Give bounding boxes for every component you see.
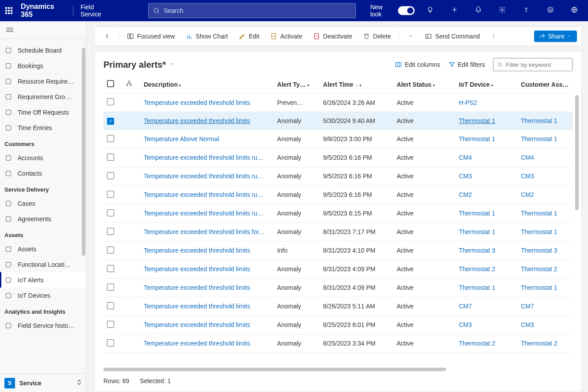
sidebar-item-contacts[interactable]: Contacts <box>0 165 86 181</box>
gear-icon[interactable] <box>494 6 511 15</box>
keyword-filter[interactable] <box>493 58 573 71</box>
row-checkbox[interactable] <box>107 265 114 272</box>
sidebar-item-iot-alerts[interactable]: IoT Alerts <box>0 272 86 288</box>
table-row[interactable]: Temperature exceeded threshold limits ru… <box>103 204 573 223</box>
description-link[interactable]: Temperature exceeded threshold limits <box>144 303 250 310</box>
row-checkbox[interactable] <box>107 246 114 254</box>
table-row[interactable]: ✓Temperature exceeded threshold limitsAn… <box>103 112 573 130</box>
search-input[interactable] <box>164 7 351 14</box>
device-link[interactable]: Thermostat 1 <box>459 117 495 124</box>
row-checkbox[interactable] <box>107 339 114 346</box>
description-link[interactable]: Temperature exceeded threshold limits <box>144 99 250 106</box>
table-row[interactable]: Temperature Above NormalAnomaly9/8/2023 … <box>103 130 573 148</box>
edit-columns-button[interactable]: Edit columns <box>395 61 440 68</box>
share-button[interactable]: Share <box>534 31 577 42</box>
environment-icon[interactable] <box>566 6 583 15</box>
sidebar-item-accounts[interactable]: Accounts <box>0 150 86 165</box>
app-launcher-icon[interactable] <box>5 6 14 15</box>
table-row[interactable]: Temperature exceeded threshold limitsAno… <box>103 278 573 297</box>
asset-link[interactable]: Thermostat 1 <box>521 228 557 235</box>
col-alert-status[interactable]: Alert Status▾ <box>393 76 455 93</box>
sidebar-item-assets[interactable]: Assets <box>0 241 86 257</box>
row-checkbox[interactable] <box>107 135 114 142</box>
col-hierarchy[interactable] <box>122 76 141 93</box>
show-chart-button[interactable]: Show Chart <box>181 30 233 42</box>
col-customer-asset[interactable]: Customer Asset▾ <box>517 76 573 93</box>
asset-link[interactable]: Thermostat 3 <box>521 247 557 254</box>
sidebar-item-agreements[interactable]: Agreements <box>0 211 86 227</box>
sidebar-item-functional-locati-[interactable]: Functional Locati… <box>0 257 86 272</box>
new-look-toggle[interactable] <box>398 6 415 15</box>
smile-icon[interactable] <box>542 6 559 15</box>
send-command-button[interactable]: Send Command <box>420 30 484 42</box>
view-selector[interactable]: Primary alerts* <box>103 60 174 70</box>
row-checkbox[interactable] <box>107 228 114 235</box>
select-all-checkbox[interactable] <box>107 80 114 87</box>
description-link[interactable]: Temperature exceeded threshold limits ru… <box>144 210 263 217</box>
device-link[interactable]: Thermostat 2 <box>459 340 495 347</box>
row-checkbox[interactable] <box>107 321 114 328</box>
asset-link[interactable]: Thermostat 1 <box>521 117 557 124</box>
device-link[interactable]: Thermostat 1 <box>459 210 495 217</box>
asset-link[interactable]: CM3 <box>521 173 534 180</box>
device-link[interactable]: Thermostat 1 <box>459 284 495 291</box>
description-link[interactable]: Temperature Above Normal <box>144 135 219 142</box>
lightbulb-icon[interactable] <box>422 6 439 15</box>
table-row[interactable]: Temperature exceeded threshold limitsInf… <box>103 241 573 260</box>
device-link[interactable]: Thermostat 3 <box>459 247 495 254</box>
asset-link[interactable]: Thermostat 1 <box>521 135 557 142</box>
col-description[interactable]: Description▾ <box>140 76 274 93</box>
sidebar-item-bookings[interactable]: Bookings <box>0 58 86 73</box>
col-iot-device[interactable]: IoT Device▾ <box>455 76 517 93</box>
help-icon[interactable] <box>518 6 535 15</box>
table-row[interactable]: Temperature exceeded threshold limits ru… <box>103 185 573 204</box>
sidebar-item-schedule-board[interactable]: Schedule Board <box>0 42 86 58</box>
asset-link[interactable]: CM4 <box>521 154 534 161</box>
table-row[interactable]: Temperature exceeded threshold limitsAno… <box>103 260 573 278</box>
delete-button[interactable]: Delete <box>359 30 395 42</box>
description-link[interactable]: Temperature exceeded threshold limits <box>144 284 250 291</box>
device-link[interactable]: H-PS2 <box>459 99 477 106</box>
edit-button[interactable]: Edit <box>234 30 264 42</box>
deactivate-button[interactable]: Deactivate <box>309 30 357 42</box>
asset-link[interactable]: Thermostat 1 <box>521 284 557 291</box>
device-link[interactable]: CM7 <box>459 303 472 310</box>
description-link[interactable]: Temperature exceeded threshold limits <box>144 265 250 273</box>
keyword-filter-input[interactable] <box>506 61 569 68</box>
description-link[interactable]: Temperature exceeded threshold limits <box>144 321 250 328</box>
grid-horizontal-scrollbar[interactable] <box>103 368 573 374</box>
delete-split-chevron[interactable] <box>403 30 419 42</box>
device-link[interactable]: CM2 <box>459 191 472 198</box>
asset-link[interactable]: Thermostat 2 <box>521 340 557 347</box>
grid-vertical-scrollbar[interactable] <box>575 95 580 345</box>
row-checkbox[interactable] <box>107 302 114 309</box>
table-row[interactable]: Temperature exceeded threshold limitsAno… <box>103 297 573 315</box>
device-link[interactable]: CM3 <box>459 321 472 328</box>
device-link[interactable]: Thermostat 2 <box>459 265 495 273</box>
asset-link[interactable]: CM7 <box>521 303 534 310</box>
table-row[interactable]: Temperature exceeded threshold limitsPre… <box>103 93 573 112</box>
description-link[interactable]: Temperature exceeded threshold limits ru… <box>144 191 263 198</box>
description-link[interactable]: Temperature exceeded threshold limits ru… <box>144 154 263 161</box>
row-checkbox[interactable]: ✓ <box>107 118 114 125</box>
table-row[interactable]: Temperature exceeded threshold limitsAno… <box>103 315 573 334</box>
device-link[interactable]: Thermostat 1 <box>459 135 495 142</box>
row-checkbox[interactable] <box>107 284 114 291</box>
description-link[interactable]: Temperature exceeded threshold limits ru… <box>144 173 263 180</box>
sidebar-item-requirement-gro-[interactable]: Requirement Gro… <box>0 89 86 104</box>
asset-link[interactable]: Thermostat 2 <box>521 265 557 273</box>
plus-icon[interactable] <box>446 6 463 15</box>
device-link[interactable]: Thermostat 1 <box>459 228 495 235</box>
asset-link[interactable]: Thermostat 1 <box>521 210 557 217</box>
description-link[interactable]: Temperature exceeded threshold limits <box>144 117 250 124</box>
table-row[interactable]: Temperature exceeded threshold limits fo… <box>103 223 573 241</box>
col-select[interactable] <box>103 76 122 93</box>
description-link[interactable]: Temperature exceeded threshold limits <box>144 247 250 254</box>
col-alert-type[interactable]: Alert Ty…▾ <box>274 76 320 93</box>
sidebar-collapse[interactable] <box>0 21 86 39</box>
table-row[interactable]: Temperature exceeded threshold limits ru… <box>103 148 573 167</box>
edit-filters-button[interactable]: Edit filters <box>448 61 485 68</box>
module-label[interactable]: Field Service <box>80 4 115 18</box>
row-checkbox[interactable] <box>107 98 114 105</box>
col-alert-time[interactable]: Alert Time ↓▾ <box>320 76 393 93</box>
